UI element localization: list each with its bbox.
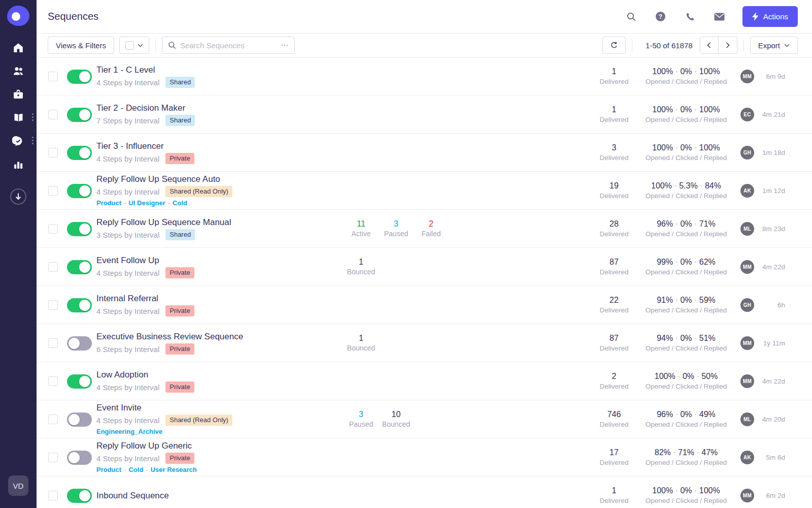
sequence-toggle[interactable] [67,451,92,465]
sequence-tag[interactable]: UI Designer [128,199,165,207]
sequence-toggle[interactable] [67,222,92,236]
sequence-toggle[interactable] [67,412,92,427]
rates-label: Opened / Clicked / Replied [630,115,742,124]
sequence-name[interactable]: Event Follow Up [96,255,194,266]
stat-failed: 2Failed [414,219,449,238]
last-activity: 6m 2d [739,492,785,499]
delivered-count: 22 [594,295,634,305]
toolbar: Views & Filters ⋯ 1-50 [37,34,812,57]
row-checkbox[interactable] [48,300,58,310]
sequence-name[interactable]: Reply Follow Up Generic [96,440,197,451]
views-filters-button[interactable]: Views & Filters [48,37,114,54]
select-all-checkbox[interactable] [125,41,134,50]
rates-column: 91% · 0% · 59% Opened / Clicked / Replie… [630,295,742,315]
sidebar-item-people[interactable] [0,59,37,83]
sidebar-item-download[interactable] [0,185,37,208]
refresh-button[interactable] [602,37,626,54]
sequence-steps: 4 Steps by Interval [96,306,159,316]
sequence-tag[interactable]: Cold [128,466,143,473]
row-checkbox[interactable] [48,376,58,386]
sequence-tag[interactable]: Engineering_Archive [96,428,162,435]
sequence-name[interactable]: Event Invite [96,402,232,413]
sequence-name[interactable]: Inbound Sequence [96,490,169,501]
row-stats: 3Paused10Bounced [344,400,414,438]
next-page-button[interactable] [719,37,737,54]
search-sequences-box[interactable]: ⋯ [162,37,295,54]
search-icon[interactable] [626,11,637,22]
tag-separator: · [168,199,170,207]
sidebar-item-reports[interactable] [0,153,37,176]
sequence-name[interactable]: Tier 1 - C Level [96,65,195,75]
row-checkbox[interactable] [48,453,58,462]
actions-button[interactable]: Actions [742,6,798,27]
sidebar-item-opportunities[interactable] [0,83,37,106]
sequence-name[interactable]: Tier 2 - Decision Maker [96,103,195,113]
row-checkbox[interactable] [48,262,58,272]
row-checkbox[interactable] [48,224,58,234]
delivered-label: Delivered [594,153,634,163]
delivered-column: 1 Delivered [594,67,634,86]
sequence-toggle[interactable] [67,108,92,122]
sequence-name[interactable]: Executive Business Review Sequence [96,331,243,342]
row-checkbox[interactable] [48,110,58,119]
row-stats: 1Bounced [344,324,379,362]
row-checkbox[interactable] [48,491,58,500]
delivered-label: Delivered [594,115,634,124]
row-checkbox[interactable] [48,148,58,157]
export-button[interactable]: Export [750,37,798,54]
sequence-toggle[interactable] [67,336,92,351]
rates-values: 100% · 0% · 100% [630,143,742,153]
rates-values: 94% · 0% · 51% [630,333,742,343]
sequence-toggle[interactable] [67,298,92,312]
sidebar-item-content[interactable] [0,106,37,130]
outreach-logo-icon[interactable] [7,6,29,26]
search-sequences-input[interactable] [180,41,277,50]
visibility-badge: Private [165,153,194,164]
rates-column: 100% · 0% · 100% Opened / Clicked / Repl… [630,105,742,124]
sequence-name[interactable]: Reply Follow Up Sequence Manual [96,217,231,228]
sequence-name[interactable]: Reply Follow Up Sequence Auto [96,174,232,184]
prev-page-button[interactable] [700,37,719,54]
last-activity: 6m 9d [739,73,785,80]
sequence-name[interactable]: Low Adoption [96,369,194,380]
phone-icon[interactable] [685,11,696,22]
sequence-toggle[interactable] [67,146,92,160]
row-checkbox[interactable] [48,186,58,196]
delivered-count: 19 [594,181,634,191]
last-activity: 4m 21d [739,111,785,118]
chevron-left-icon [707,42,711,48]
rates-column: 100% · 0% · 100% Opened / Clicked / Repl… [630,67,742,86]
sequence-toggle[interactable] [67,374,92,389]
row-checkbox[interactable] [48,415,58,424]
row-stats: 11Active3Paused2Failed [344,210,449,247]
sequence-toggle[interactable] [67,70,92,84]
book-menu-kebab[interactable] [32,113,33,121]
sequence-toggle[interactable] [67,260,92,274]
delivered-label: Delivered [594,268,634,277]
sequence-tag[interactable]: Product [96,466,121,473]
sequence-tag[interactable]: Cold [173,199,187,207]
tasks-menu-kebab[interactable] [32,137,33,144]
sequence-tag[interactable]: Product [96,199,121,207]
sidebar-item-home[interactable] [0,36,37,59]
user-avatar[interactable]: VD [8,475,28,496]
visibility-badge: Private [165,382,194,393]
sequence-name[interactable]: Tier 3 - Influencer [96,141,194,151]
sidebar-item-tasks[interactable] [0,130,37,153]
sequence-table: Tier 1 - C Level 4 Steps by Interval Sha… [37,57,812,508]
row-checkbox[interactable] [48,72,58,81]
sequence-toggle[interactable] [67,489,92,503]
search-options-dots[interactable]: ⋯ [281,41,289,50]
delivered-column: 3 Delivered [594,143,634,163]
sequence-toggle[interactable] [67,184,92,198]
mail-icon[interactable] [714,11,725,22]
sequence-name[interactable]: Internal Referral [96,293,194,304]
chevron-right-icon [726,42,730,48]
rates-values: 100% · 0% · 100% [630,105,742,115]
sequence-tag[interactable]: User Research [151,466,197,473]
row-checkbox[interactable] [48,338,58,348]
select-all-button[interactable] [119,37,149,54]
rates-values: 96% · 0% · 71% [630,219,742,229]
delivered-column: 87 Delivered [594,257,634,277]
help-icon[interactable]: ? [655,11,666,22]
